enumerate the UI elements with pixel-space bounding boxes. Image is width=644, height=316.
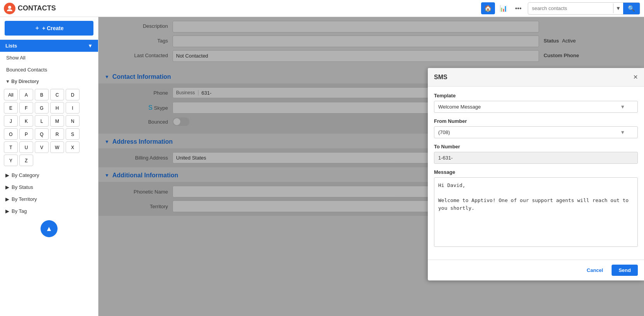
alpha-btn-a[interactable]: A	[19, 89, 33, 100]
by-status-label: By Status	[12, 184, 33, 190]
alpha-btn-s[interactable]: S	[66, 128, 80, 140]
to-number-field: To Number 1-631-	[434, 144, 638, 164]
template-value: Welcome Message	[438, 104, 481, 110]
by-territory-arrow-icon: ▶	[5, 196, 9, 202]
scroll-up-button[interactable]: ▲	[41, 220, 58, 237]
alpha-btn-c[interactable]: C	[50, 89, 64, 100]
search-area: ▼ 🔍	[528, 2, 640, 15]
dialog-header: SMS ×	[428, 68, 644, 87]
alpha-btn-y[interactable]: Y	[4, 155, 18, 166]
alpha-btn-f[interactable]: F	[19, 102, 33, 114]
from-number-select[interactable]: (708) ▼	[434, 126, 638, 138]
app-title: CONTACTS	[18, 4, 56, 12]
from-number-field: From Number (708) ▼	[434, 118, 638, 138]
from-number-value: (708)	[438, 129, 450, 135]
lists-section: Lists ▼ Show All Bounced Contacts	[0, 39, 98, 76]
show-all-item[interactable]: Show All	[0, 52, 98, 64]
logo-icon	[4, 3, 15, 14]
alpha-btn-r[interactable]: R	[50, 128, 64, 140]
create-label: + Create	[42, 25, 64, 31]
topbar-icons: 🏠 📊 •••	[481, 2, 525, 14]
alpha-btn-o[interactable]: O	[4, 128, 18, 140]
message-label: Message	[434, 169, 638, 175]
to-number-label: To Number	[434, 144, 638, 150]
to-number-input: 1-631-	[434, 152, 638, 164]
template-label: Template	[434, 93, 638, 99]
from-number-select-wrap: (708) ▼	[434, 126, 638, 138]
template-field: Template Welcome Message ▼	[434, 93, 638, 113]
search-input[interactable]	[528, 3, 613, 13]
app-logo: CONTACTS	[4, 3, 56, 14]
by-territory-item[interactable]: ▶ By Territory	[0, 193, 98, 205]
home-button[interactable]: 🏠	[481, 2, 495, 14]
search-submit-button[interactable]: 🔍	[623, 3, 640, 14]
message-textarea[interactable]	[434, 177, 638, 247]
dialog-title: SMS	[434, 74, 447, 81]
dialog-footer: Cancel Send	[428, 260, 644, 280]
alpha-btn-e[interactable]: E	[4, 102, 18, 114]
sms-dialog: SMS × Template Welcome Message ▼ From Nu…	[428, 68, 644, 280]
alpha-btn-q[interactable]: Q	[35, 128, 49, 140]
lists-label: Lists	[5, 43, 17, 49]
template-select[interactable]: Welcome Message ▼	[434, 101, 638, 113]
by-directory-label: ▼ By Directory	[0, 76, 98, 86]
alpha-btn-w[interactable]: W	[50, 141, 64, 153]
search-dropdown-button[interactable]: ▼	[613, 3, 623, 13]
alpha-btn-j[interactable]: J	[4, 115, 18, 127]
more-button[interactable]: •••	[512, 3, 525, 14]
template-dropdown-icon: ▼	[620, 104, 625, 110]
cancel-button[interactable]: Cancel	[582, 265, 608, 276]
alpha-btn-h[interactable]: H	[50, 102, 64, 114]
alpha-btn-i[interactable]: I	[66, 102, 80, 114]
alpha-btn-z[interactable]: Z	[19, 155, 33, 166]
lists-header[interactable]: Lists ▼	[0, 40, 98, 52]
by-directory-arrow: ▼	[5, 79, 11, 84]
from-number-dropdown-icon: ▼	[620, 129, 625, 135]
topbar: CONTACTS 🏠 📊 ••• ▼ 🔍	[0, 0, 644, 17]
dialog-body: Template Welcome Message ▼ From Number (…	[428, 87, 644, 260]
alpha-btn-v[interactable]: V	[35, 141, 49, 153]
alpha-btn-k[interactable]: K	[19, 115, 33, 127]
sidebar: ＋ + Create Lists ▼ Show All Bounced Cont…	[0, 17, 98, 316]
alpha-btn-t[interactable]: T	[4, 141, 18, 153]
create-plus-icon: ＋	[34, 25, 40, 32]
alpha-btn-l[interactable]: L	[35, 115, 49, 127]
by-status-item[interactable]: ▶ By Status	[0, 181, 98, 193]
lists-chevron-icon: ▼	[88, 43, 93, 49]
alpha-btn-n[interactable]: N	[66, 115, 80, 127]
alpha-btn-all[interactable]: All	[4, 89, 18, 100]
by-territory-label: By Territory	[12, 196, 37, 202]
alpha-btn-d[interactable]: D	[66, 89, 80, 100]
by-status-arrow-icon: ▶	[5, 184, 9, 190]
svg-point-0	[8, 6, 11, 9]
create-button[interactable]: ＋ + Create	[5, 21, 93, 36]
from-number-label: From Number	[434, 118, 638, 124]
by-tag-label: By Tag	[12, 208, 27, 214]
dialog-close-button[interactable]: ×	[633, 73, 638, 82]
alpha-btn-g[interactable]: G	[35, 102, 49, 114]
alpha-btn-m[interactable]: M	[50, 115, 64, 127]
template-select-wrap: Welcome Message ▼	[434, 101, 638, 113]
message-field: Message	[434, 169, 638, 248]
alpha-btn-x[interactable]: X	[66, 141, 80, 153]
by-tag-arrow-icon: ▶	[5, 208, 9, 214]
alpha-grid: AllABCDEFGHIJKLMNOPQRSTUVWXYZ	[0, 86, 98, 169]
by-tag-item[interactable]: ▶ By Tag	[0, 205, 98, 217]
bounced-contacts-item[interactable]: Bounced Contacts	[0, 64, 98, 76]
alpha-btn-p[interactable]: P	[19, 128, 33, 140]
by-category-label: By Category	[12, 172, 39, 178]
alpha-btn-b[interactable]: B	[35, 89, 49, 100]
alpha-btn-u[interactable]: U	[19, 141, 33, 153]
chart-button[interactable]: 📊	[497, 2, 510, 14]
send-button[interactable]: Send	[612, 265, 638, 276]
by-category-item[interactable]: ▶ By Category	[0, 169, 98, 181]
by-category-arrow-icon: ▶	[5, 172, 9, 178]
